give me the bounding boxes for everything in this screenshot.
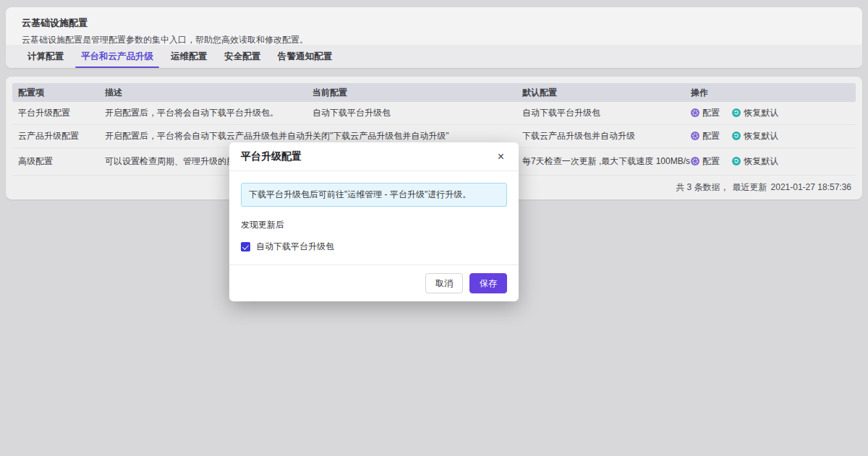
restore-label: 恢复默认	[744, 107, 778, 119]
configure-label: 配置	[702, 130, 720, 142]
last-updated-time: 2021-01-27 18:57:36	[771, 182, 851, 192]
dialog-footer: 取消 保存	[229, 264, 519, 301]
restore-icon	[732, 157, 741, 165]
restore-default-action[interactable]: 恢复默认	[732, 155, 778, 168]
platform-upgrade-config-dialog: 平台升级配置 × 下载平台升级包后可前往"运维管理 - 平台升级"进行升级。 发…	[229, 142, 519, 301]
configure-label: 配置	[702, 107, 720, 119]
auto-download-checkbox-row: 自动下载平台升级包	[241, 241, 507, 253]
column-header-actions: 操作	[691, 87, 850, 99]
table-row: 平台升级配置 开启配置后，平台将会自动下载平台升级包。 自动下载平台升级包 自动…	[12, 102, 856, 125]
config-item-default: 下载云产品升级包并自动升级	[522, 130, 691, 142]
restore-default-action[interactable]: 恢复默认	[732, 107, 778, 119]
row-actions: 配置 恢复默认	[691, 107, 850, 120]
page-title: 云基础设施配置	[6, 7, 862, 30]
update-found-label: 发现更新后	[241, 219, 507, 231]
restore-label: 恢复默认	[744, 155, 778, 168]
cancel-button[interactable]: 取消	[425, 273, 463, 293]
restore-label: 恢复默认	[744, 130, 778, 142]
gear-icon	[691, 132, 699, 140]
configure-action[interactable]: 配置	[691, 107, 720, 119]
tab-alert-notification-config[interactable]: 告警通知配置	[272, 45, 338, 68]
dialog-body: 下载平台升级包后可前往"运维管理 - 平台升级"进行升级。 发现更新后 自动下载…	[229, 171, 519, 264]
tab-label: 告警通知配置	[278, 51, 332, 63]
config-item-description: 开启配置后，平台将会自动下载云产品升级包并自动升级。	[105, 130, 312, 142]
configure-action[interactable]: 配置	[691, 130, 720, 142]
tab-platform-and-cloud-product-upgrade[interactable]: 平台和云产品升级	[75, 45, 159, 68]
table-header-row: 配置项 描述 当前配置 默认配置 操作	[12, 83, 856, 102]
tab-bar: 计算配置 平台和云产品升级 运维配置 安全配置 告警通知配置	[6, 45, 862, 68]
row-actions: 配置 恢复默认	[691, 130, 850, 143]
tab-label: 安全配置	[224, 51, 260, 63]
restore-icon	[732, 132, 741, 140]
config-item-default: 自动下载平台升级包	[522, 107, 691, 119]
tab-label: 运维配置	[171, 51, 207, 63]
tab-security-config[interactable]: 安全配置	[218, 45, 266, 68]
config-item-current: 自动下载平台升级包	[312, 107, 522, 119]
config-item-description: 开启配置后，平台将会自动下载平台升级包。	[105, 107, 312, 119]
configure-action[interactable]: 配置	[691, 155, 720, 168]
last-updated-label: 最近更新	[733, 181, 767, 194]
restore-default-action[interactable]: 恢复默认	[732, 130, 778, 142]
configure-label: 配置	[702, 155, 720, 168]
tab-label: 计算配置	[27, 51, 64, 63]
header-card: 云基础设施配置 云基础设施配置是管理配置参数的集中入口，帮助您高效读取和修改配置…	[6, 7, 862, 68]
column-header-description: 描述	[105, 87, 312, 99]
config-item-name: 平台升级配置	[18, 107, 105, 119]
config-item-name: 高级配置	[18, 155, 105, 168]
close-icon[interactable]: ×	[495, 150, 507, 164]
column-header-default: 默认配置	[522, 87, 691, 99]
checkbox-label[interactable]: 自动下载平台升级包	[256, 241, 334, 253]
info-banner: 下载平台升级包后可前往"运维管理 - 平台升级"进行升级。	[241, 183, 507, 207]
config-item-current: 关闭"下载云产品升级包并自动升级"	[312, 130, 522, 142]
column-header-item: 配置项	[18, 87, 105, 99]
restore-icon	[732, 108, 741, 117]
save-button[interactable]: 保存	[469, 273, 507, 293]
row-actions: 配置 恢复默认	[691, 155, 850, 168]
dialog-header: 平台升级配置 ×	[229, 142, 519, 171]
tab-label: 平台和云产品升级	[81, 51, 153, 63]
checkbox-checked-icon[interactable]	[241, 242, 250, 251]
config-item-name: 云产品升级配置	[18, 130, 105, 142]
tab-compute-config[interactable]: 计算配置	[22, 45, 69, 68]
dialog-title: 平台升级配置	[241, 150, 302, 163]
record-count: 共 3 条数据，	[676, 181, 728, 194]
gear-icon	[691, 108, 699, 117]
column-header-current: 当前配置	[312, 87, 522, 99]
gear-icon	[691, 157, 699, 165]
tab-ops-config[interactable]: 运维配置	[165, 45, 213, 68]
config-item-default: 每7天检查一次更新 ,最大下载速度 100MB/s	[522, 155, 691, 168]
